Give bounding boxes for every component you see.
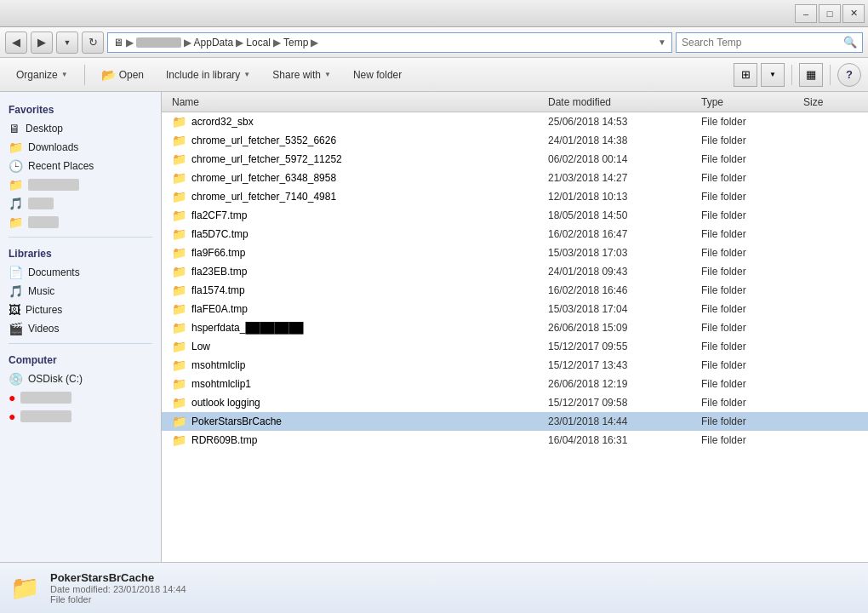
close-button[interactable]: ✕ (842, 4, 865, 23)
file-name-cell: 📁 chrome_url_fetcher_5972_11252 (165, 152, 541, 166)
sidebar-item-recent[interactable]: 🕒 Recent Places (0, 157, 161, 175)
search-input[interactable] (682, 37, 840, 49)
open-label: Open (119, 69, 144, 81)
search-icon[interactable]: 🔍 (843, 36, 857, 49)
maximize-button[interactable]: □ (819, 4, 841, 23)
column-name[interactable]: Name (165, 96, 541, 108)
file-name-text: flaFE0A.tmp (191, 303, 248, 315)
view-dropdown-button[interactable]: ▼ (761, 63, 785, 87)
file-name-cell: 📁 fla1574.tmp (165, 284, 541, 297)
table-row[interactable]: 📁 fla2CF7.tmp 18/05/2018 14:50 File fold… (162, 206, 868, 225)
forward-button[interactable]: ▶ (31, 32, 53, 54)
table-row[interactable]: 📁 hsperfdata_████████ 26/06/2018 15:09 F… (162, 318, 868, 337)
blurred1-icon: 📁 (9, 178, 23, 192)
file-name-text: hsperfdata_████████ (191, 322, 303, 334)
path-root-icon: 🖥 (113, 37, 123, 49)
sidebar-item-label-blurred3: xxxxxx (28, 216, 59, 228)
table-row[interactable]: 📁 acrord32_sbx 25/06/2018 14:53 File fol… (162, 112, 868, 131)
sidebar-item-osdisk[interactable]: 💿 OSDisk (C:) (0, 370, 161, 388)
file-name-cell: 📁 flaFE0A.tmp (165, 302, 541, 316)
table-row[interactable]: 📁 fla5D7C.tmp 16/02/2018 16:47 File fold… (162, 225, 868, 243)
file-name-cell: 📁 Low (165, 340, 541, 353)
open-button[interactable]: 📂 Open (92, 62, 153, 88)
new-folder-button[interactable]: New folder (344, 62, 411, 88)
table-row[interactable]: 📁 flaFE0A.tmp 15/03/2018 17:04 File fold… (162, 300, 868, 318)
column-type[interactable]: Type (694, 96, 797, 108)
include-label: Include in library (166, 69, 240, 81)
blurred2-icon: 🎵 (9, 197, 23, 210)
file-name-text: fla1574.tmp (191, 284, 245, 296)
file-name-text: chrome_url_fetcher_6348_8958 (191, 172, 336, 184)
share-with-button[interactable]: Share with ▼ (263, 62, 340, 88)
table-row[interactable]: 📁 RDR609B.tmp 16/04/2018 16:31 File fold… (162, 431, 868, 450)
sidebar-item-videos[interactable]: 🎬 Videos (0, 319, 161, 338)
videos-icon: 🎬 (9, 322, 23, 335)
file-date-cell: 15/03/2018 17:04 (541, 303, 694, 315)
folder-icon: 📁 (172, 246, 186, 260)
file-type-cell: File folder (694, 247, 797, 259)
table-row[interactable]: 📁 chrome_url_fetcher_6348_8958 21/03/201… (162, 169, 868, 187)
include-in-library-button[interactable]: Include in library ▼ (157, 62, 260, 88)
address-path[interactable]: 🖥 ▶ UserName ▶ AppData ▶ Local ▶ Temp ▶ … (107, 32, 672, 53)
table-row[interactable]: 📁 chrome_url_fetcher_5352_6626 24/01/201… (162, 131, 868, 150)
file-date-cell: 23/01/2018 14:44 (541, 415, 694, 427)
table-row[interactable]: 📁 fla9F66.tmp 15/03/2018 17:03 File fold… (162, 243, 868, 262)
file-list-scroll[interactable]: 📁 acrord32_sbx 25/06/2018 14:53 File fol… (162, 112, 868, 562)
file-date-cell: 15/03/2018 17:03 (541, 247, 694, 259)
help-button[interactable]: ? (837, 63, 861, 87)
file-date-cell: 21/03/2018 14:27 (541, 172, 694, 184)
view-button[interactable]: ⊞ (734, 63, 757, 87)
sidebar-item-blurred1[interactable]: 📁 xxxxxxxxxx (0, 175, 161, 194)
sidebar-item-music[interactable]: 🎵 Music (0, 282, 161, 301)
file-name-text: chrome_url_fetcher_5972_11252 (191, 153, 342, 165)
column-size[interactable]: Size (797, 96, 865, 108)
sidebar-item-documents[interactable]: 📄 Documents (0, 263, 161, 282)
table-row[interactable]: 📁 chrome_url_fetcher_7140_4981 12/01/201… (162, 187, 868, 206)
folder-icon: 📁 (172, 209, 186, 222)
folder-icon: 📁 (172, 265, 186, 278)
folder-icon: 📁 (172, 152, 186, 166)
folder-icon: 📁 (172, 227, 186, 241)
folder-icon: 📁 (172, 302, 186, 316)
preview-pane-button[interactable]: ▦ (799, 63, 823, 87)
sidebar-divider-1 (9, 237, 152, 238)
file-name-text: outlook logging (191, 397, 260, 409)
sidebar-item-blurred2[interactable]: 🎵 xxxxx (0, 194, 161, 213)
sidebar-item-label-blurred2: xxxxx (28, 198, 54, 209)
sidebar-item-label-desktop: Desktop (26, 123, 63, 135)
sidebar-item-pictures[interactable]: 🖼 Pictures (0, 301, 161, 319)
table-row[interactable]: 📁 msohtmlclip 15/12/2017 13:43 File fold… (162, 356, 868, 375)
organize-button[interactable]: Organize ▼ (7, 62, 77, 88)
table-row[interactable]: 📁 Low 15/12/2017 09:55 File folder (162, 337, 868, 356)
path-dropdown-button[interactable]: ▼ (658, 37, 666, 47)
back-button[interactable]: ◀ (5, 32, 27, 54)
sidebar-item-drive2[interactable]: ● xxxxxxxxxx (0, 388, 161, 407)
sidebar-item-drive3[interactable]: ● xxxxxxxxxx (0, 407, 161, 426)
table-row[interactable]: 📁 PokerStarsBrCache 23/01/2018 14:44 Fil… (162, 412, 868, 431)
table-row[interactable]: 📁 msohtmlclip1 26/06/2018 12:19 File fol… (162, 375, 868, 393)
status-bar: 📁 PokerStarsBrCache Date modified: 23/01… (0, 562, 868, 613)
column-date[interactable]: Date modified (541, 96, 694, 108)
file-name-cell: 📁 outlook logging (165, 396, 541, 410)
file-type-cell: File folder (694, 153, 797, 165)
file-type-cell: File folder (694, 415, 797, 427)
table-row[interactable]: 📁 fla1574.tmp 16/02/2018 16:46 File fold… (162, 281, 868, 300)
status-file-name: PokerStarsBrCache (50, 571, 186, 584)
sidebar-item-desktop[interactable]: 🖥 Desktop (0, 119, 161, 138)
file-date-cell: 16/02/2018 16:46 (541, 284, 694, 296)
minimize-button[interactable]: – (795, 4, 817, 23)
file-name-cell: 📁 fla2CF7.tmp (165, 209, 541, 222)
refresh-button[interactable]: ↻ (82, 32, 104, 54)
file-name-cell: 📁 chrome_url_fetcher_5352_6626 (165, 134, 541, 147)
table-row[interactable]: 📁 chrome_url_fetcher_5972_11252 06/02/20… (162, 150, 868, 169)
file-name-text: Low (191, 341, 210, 352)
table-row[interactable]: 📁 fla23EB.tmp 24/01/2018 09:43 File fold… (162, 262, 868, 281)
sidebar-item-downloads[interactable]: 📁 Downloads (0, 138, 161, 157)
dropdown-button[interactable]: ▼ (56, 32, 78, 54)
new-folder-label: New folder (353, 69, 402, 81)
sidebar-item-blurred3[interactable]: 📁 xxxxxx (0, 213, 161, 232)
sidebar-item-label-recent: Recent Places (28, 160, 94, 172)
title-bar: – □ ✕ (0, 0, 868, 27)
folder-icon: 📁 (172, 377, 186, 391)
table-row[interactable]: 📁 outlook logging 15/12/2017 09:58 File … (162, 393, 868, 412)
